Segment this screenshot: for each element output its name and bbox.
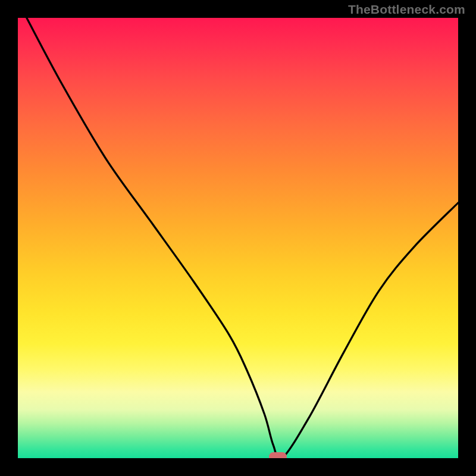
curve-svg: [18, 18, 458, 458]
plot-area: [18, 18, 458, 458]
optimum-marker: [269, 452, 287, 459]
watermark-text: TheBottleneck.com: [348, 2, 465, 17]
bottleneck-curve: [27, 18, 458, 458]
chart-container: TheBottleneck.com: [0, 0, 476, 476]
